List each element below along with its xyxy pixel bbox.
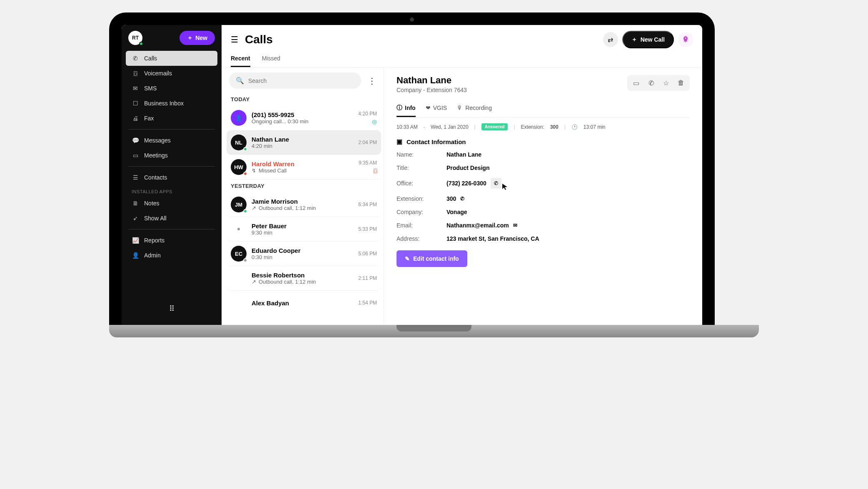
call-row-bessie[interactable]: Bessie Robertson ↗ Outbound call, 1:12 m… <box>227 266 381 291</box>
send-email-button[interactable]: ✉ <box>513 222 517 228</box>
call-row-alex[interactable]: Alex Badyan 1:54 PM <box>227 291 381 315</box>
call-row-harold[interactable]: HW Harold Warren ↯ Missed Call 9:35 AM <box>227 155 381 180</box>
main-content: ☰ Calls ⇄ ＋ New Call Recent <box>222 25 702 325</box>
sidebar-item-label: Fax <box>144 115 154 122</box>
email-address: Nathanmx@email.com <box>446 222 509 229</box>
messages-icon: 💬 <box>132 137 139 144</box>
contact-info-header: ▣ Contact Information <box>397 138 690 145</box>
sidebar: RT ＋ New ✆ Calls ⌼ Voicemails ✉ SMS <box>122 25 222 325</box>
new-button[interactable]: ＋ New <box>180 31 215 45</box>
tab-vgis[interactable]: ❤ VGIS <box>426 100 447 117</box>
call-row-nathan[interactable]: NL Nathan Lane 4:20 min 2:04 PM <box>227 130 381 155</box>
hamburger-icon[interactable]: ☰ <box>231 35 238 45</box>
sidebar-item-messages[interactable]: 💬 Messages <box>126 133 217 148</box>
call-time: 9:35 AM <box>359 160 377 166</box>
call-row-eduardo[interactable]: EC Eduardo Cooper 0:30 min 5:06 PM <box>227 242 381 266</box>
svg-point-0 <box>685 37 686 39</box>
rocket-icon: ➶ <box>132 215 139 222</box>
call-row-jamie[interactable]: JM Jamie Morrison ↗ Outbound call, 1:12 … <box>227 192 381 217</box>
rocket-icon <box>681 35 690 44</box>
field-title-value: Product Design <box>446 165 690 171</box>
call-office-button[interactable]: ✆ <box>491 178 501 189</box>
call-name: Jamie Morrison <box>252 198 353 205</box>
sidebar-item-label: Calls <box>144 55 157 62</box>
group-today-label: TODAY <box>227 93 381 106</box>
meetings-icon: ▭ <box>132 152 139 159</box>
search-input[interactable]: 🔍 <box>229 72 361 89</box>
call-meta: 10:33 AM · Wed, 1 Jan 2020 | Answered | … <box>397 117 690 138</box>
tab-info[interactable]: ⓘ Info <box>397 100 416 117</box>
sidebar-item-label: Notes <box>144 200 160 207</box>
caller-avatar: EC <box>231 246 247 262</box>
sidebar-item-business-inbox[interactable]: ☐ Business Inbox <box>126 96 217 111</box>
tab-recording[interactable]: 🎙 Recording <box>457 100 492 117</box>
tab-missed[interactable]: Missed <box>262 51 280 67</box>
tab-recent[interactable]: Recent <box>231 51 250 67</box>
sidebar-item-sms[interactable]: ✉ SMS <box>126 81 217 96</box>
call-name: Harold Warren <box>252 160 354 167</box>
sidebar-item-voicemails[interactable]: ⌼ Voicemails <box>126 66 217 81</box>
caller-avatar: HW <box>231 159 247 175</box>
status-badge: Answered <box>481 123 508 130</box>
sidebar-item-show-all[interactable]: ➶ Show All <box>126 211 217 226</box>
delete-button[interactable]: 🗑 <box>674 77 688 89</box>
search-field[interactable] <box>248 77 354 84</box>
field-ext-label: Extension: <box>397 195 446 202</box>
caller-initials: HW <box>234 164 243 170</box>
field-email-label: Email: <box>397 222 446 229</box>
field-name-label: Name: <box>397 151 446 158</box>
call-sub: ↯ Missed Call <box>252 167 354 174</box>
edit-contact-button[interactable]: ✎ Edit contact info <box>397 250 467 267</box>
caller-initials: NL <box>235 140 242 146</box>
new-call-button[interactable]: ＋ New Call <box>622 31 674 48</box>
sidebar-item-label: Meetings <box>144 152 168 159</box>
contact-info-grid: Name: Nathan Lane Title: Product Design … <box>397 151 690 242</box>
meta-ext-label: Extension: <box>521 124 544 130</box>
voicemail-icon: ⌼ <box>374 167 377 174</box>
field-ext-value: 300 ✆ <box>446 195 690 202</box>
caller-avatar <box>231 295 247 311</box>
voice-call-button[interactable]: ✆ <box>644 77 658 89</box>
call-sub: ↗ Outbound call, 1:12 min <box>252 279 353 285</box>
sidebar-item-admin[interactable]: 👤 Admin <box>126 248 217 263</box>
plus-icon: ＋ <box>631 36 637 43</box>
caller-avatar: NL <box>231 135 247 150</box>
call-row-ongoing[interactable]: 👤 (201) 555-9925 Ongoing call... 0:30 mi… <box>227 106 381 130</box>
video-icon: ▭ <box>633 79 639 87</box>
call-ext-button[interactable]: ✆ <box>460 196 464 202</box>
call-list: 🔍 ⋮ TODAY 👤 (201) 555-9925 Ongoing call.… <box>222 67 384 325</box>
field-address-label: Address: <box>397 235 446 242</box>
call-time: 5:06 PM <box>358 251 377 257</box>
office-number: (732) 226-0300 <box>446 180 486 187</box>
laptop-base <box>109 325 759 337</box>
caller-initials: JM <box>235 202 242 208</box>
call-sub: 4:20 min <box>252 143 353 149</box>
sidebar-item-label: Business Inbox <box>144 100 184 107</box>
presence-dot <box>139 42 143 46</box>
rocket-launch-button[interactable] <box>678 32 693 47</box>
sidebar-item-reports[interactable]: 📈 Reports <box>126 233 217 248</box>
dialpad-button[interactable]: ⠿ <box>163 298 180 319</box>
sidebar-item-calls[interactable]: ✆ Calls <box>126 51 217 66</box>
missed-call-icon: ↯ <box>252 167 256 174</box>
field-company-label: Company: <box>397 209 446 215</box>
installed-apps-label: INSTALLED APPS <box>126 185 217 196</box>
sidebar-item-meetings[interactable]: ▭ Meetings <box>126 148 217 163</box>
user-avatar[interactable]: RT <box>128 31 142 45</box>
sidebar-item-fax[interactable]: 🖨 Fax <box>126 111 217 126</box>
favorite-button[interactable]: ☆ <box>659 77 673 89</box>
phone-icon: ✆ <box>132 55 139 62</box>
outbound-call-icon: ↗ <box>252 279 256 285</box>
call-row-peter[interactable]: Peter Bauer 9:30 min 5:33 PM <box>227 217 381 242</box>
phone-icon: ✆ <box>494 180 498 186</box>
sidebar-item-contacts[interactable]: ☰ Contacts <box>126 170 217 185</box>
tab-label: Info <box>405 105 416 111</box>
transfer-button[interactable]: ⇄ <box>603 32 618 47</box>
contact-name: Nathan Lane <box>397 75 467 86</box>
more-menu-button[interactable]: ⋮ <box>365 76 379 86</box>
detail-tabs: ⓘ Info ❤ VGIS 🎙 Recording <box>397 100 690 117</box>
presence-dot <box>237 227 241 231</box>
video-call-button[interactable]: ▭ <box>629 77 643 89</box>
sidebar-item-label: Reports <box>144 237 165 244</box>
sidebar-item-notes[interactable]: 🗎 Notes <box>126 196 217 211</box>
